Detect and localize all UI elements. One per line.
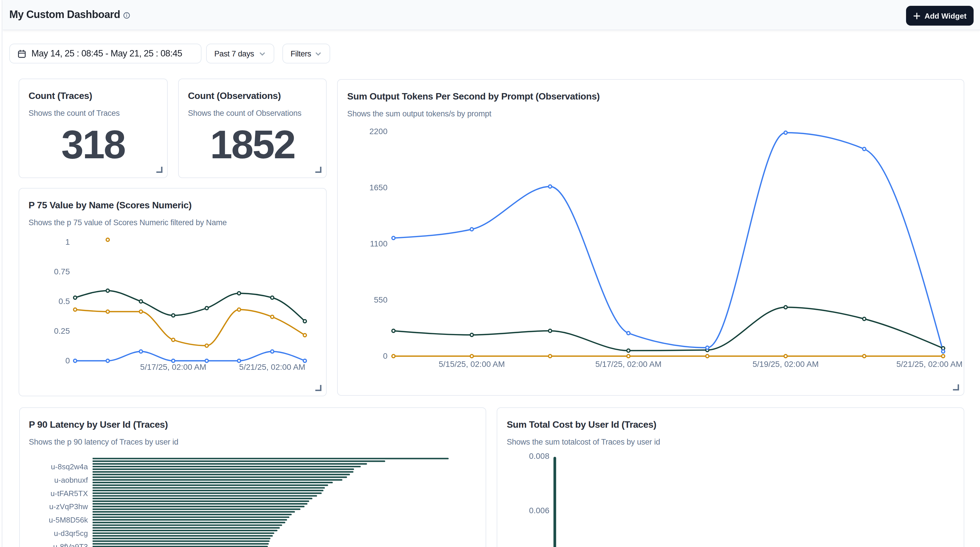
svg-text:0.5: 0.5 (59, 297, 70, 306)
svg-text:2200: 2200 (369, 127, 388, 136)
svg-text:u-5M8D56k: u-5M8D56k (49, 515, 88, 524)
svg-text:u-d3qr5cg: u-d3qr5cg (54, 529, 88, 538)
svg-text:1100: 1100 (370, 239, 388, 248)
svg-text:0.25: 0.25 (54, 327, 70, 336)
svg-text:5/17/25, 02:00 AM: 5/17/25, 02:00 AM (140, 363, 206, 371)
svg-text:0: 0 (65, 356, 70, 365)
svg-text:0.006: 0.006 (529, 506, 549, 515)
svg-text:5/19/25, 02:00 AM: 5/19/25, 02:00 AM (752, 359, 819, 368)
svg-text:5/15/25, 02:00 AM: 5/15/25, 02:00 AM (439, 359, 505, 368)
svg-text:1: 1 (65, 238, 70, 246)
svg-text:u-8fVa9T3: u-8fVa9T3 (53, 542, 88, 547)
svg-text:u-zVqP3hw: u-zVqP3hw (49, 502, 88, 511)
svg-text:0.008: 0.008 (529, 452, 549, 461)
svg-text:u-8sq2w4a: u-8sq2w4a (51, 462, 88, 471)
svg-text:550: 550 (374, 295, 388, 304)
svg-text:0.75: 0.75 (54, 267, 70, 276)
svg-text:5/17/25, 02:00 AM: 5/17/25, 02:00 AM (595, 359, 662, 368)
svg-text:5/21/25, 02:00 AM: 5/21/25, 02:00 AM (896, 359, 963, 368)
svg-text:0: 0 (383, 351, 388, 360)
svg-text:u-aobnuxf: u-aobnuxf (54, 476, 88, 484)
svg-text:5/21/25, 02:00 AM: 5/21/25, 02:00 AM (239, 363, 305, 371)
svg-text:u-tFAR5TX: u-tFAR5TX (50, 489, 88, 498)
svg-text:1650: 1650 (369, 183, 388, 192)
